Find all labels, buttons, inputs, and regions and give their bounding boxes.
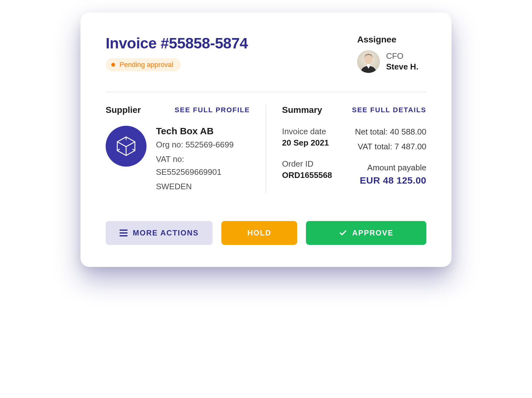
- amount-payable-value: EUR 48 125.00: [360, 175, 426, 186]
- menu-icon: [119, 229, 128, 236]
- more-actions-button[interactable]: MORE ACTIONS: [106, 221, 213, 245]
- hold-button[interactable]: HOLD: [221, 221, 297, 245]
- title-block: Invoice #55858-5874 Pending approval: [106, 35, 357, 71]
- assignee-role: CFO: [386, 51, 418, 62]
- check-icon: [339, 229, 347, 237]
- invoice-date-value: 20 Sep 2021: [282, 137, 332, 148]
- more-actions-label: MORE ACTIONS: [133, 229, 199, 237]
- approve-button[interactable]: APPROVE: [306, 221, 426, 245]
- supplier-org-no: Org no: 552569-6699: [156, 138, 250, 151]
- vat-total-line: VAT total: 7 487.00: [358, 141, 426, 153]
- summary-column: Summary SEE FULL DETAILS Invoice date 20…: [266, 105, 426, 193]
- page-title: Invoice #55858-5874: [106, 35, 357, 52]
- section-divider: [106, 92, 426, 92]
- supplier-country: SWEDEN: [156, 180, 250, 193]
- action-bar: MORE ACTIONS HOLD APPROVE: [106, 221, 426, 245]
- assignee-name: Steve H.: [386, 62, 418, 72]
- status-label: Pending approval: [119, 61, 173, 69]
- status-dot-icon: [111, 63, 115, 67]
- detail-columns: Supplier SEE FULL PROFILE: [106, 105, 426, 193]
- supplier-info: Tech Box AB Org no: 552569-6699 VAT no: …: [156, 126, 250, 193]
- supplier-logo: [106, 126, 147, 167]
- see-full-details-link[interactable]: SEE FULL DETAILS: [352, 106, 426, 114]
- invoice-date-label: Invoice date: [282, 126, 332, 137]
- avatar-image: [357, 50, 380, 73]
- status-badge: Pending approval: [106, 58, 181, 71]
- assignee-block: Assignee: [357, 35, 426, 73]
- supplier-vat-no: VAT no: SE552569669901: [156, 153, 250, 178]
- hold-label: HOLD: [247, 229, 271, 237]
- invoice-card: Invoice #55858-5874 Pending approval Ass…: [80, 13, 452, 267]
- amount-payable-label: Amount payable: [367, 163, 426, 173]
- supplier-row: Tech Box AB Org no: 552569-6699 VAT no: …: [106, 126, 250, 193]
- svg-point-1: [364, 54, 373, 64]
- box-icon: [115, 135, 137, 157]
- summary-right: Net total: 40 588.00 VAT total: 7 487.00…: [355, 126, 426, 186]
- summary-grid: Invoice date 20 Sep 2021 Order ID ORD165…: [282, 126, 426, 186]
- net-total-line: Net total: 40 588.00: [355, 126, 426, 138]
- supplier-head: Supplier SEE FULL PROFILE: [106, 105, 250, 115]
- avatar: [357, 50, 380, 73]
- summary-head: Summary SEE FULL DETAILS: [282, 105, 426, 115]
- order-id-block: Order ID ORD1655568: [282, 158, 332, 181]
- see-full-profile-link[interactable]: SEE FULL PROFILE: [175, 106, 250, 114]
- assignee-row[interactable]: CFO Steve H.: [357, 50, 426, 73]
- assignee-section-label: Assignee: [357, 35, 426, 45]
- summary-section-label: Summary: [282, 105, 322, 115]
- assignee-text: CFO Steve H.: [386, 51, 418, 72]
- approve-label: APPROVE: [352, 229, 393, 237]
- supplier-column: Supplier SEE FULL PROFILE: [106, 105, 266, 193]
- order-id-value: ORD1655568: [282, 169, 332, 181]
- supplier-name: Tech Box AB: [156, 126, 250, 136]
- summary-left: Invoice date 20 Sep 2021 Order ID ORD165…: [282, 126, 332, 186]
- header-row: Invoice #55858-5874 Pending approval Ass…: [106, 35, 426, 73]
- supplier-section-label: Supplier: [106, 105, 141, 115]
- invoice-date-block: Invoice date 20 Sep 2021: [282, 126, 332, 149]
- order-id-label: Order ID: [282, 158, 332, 169]
